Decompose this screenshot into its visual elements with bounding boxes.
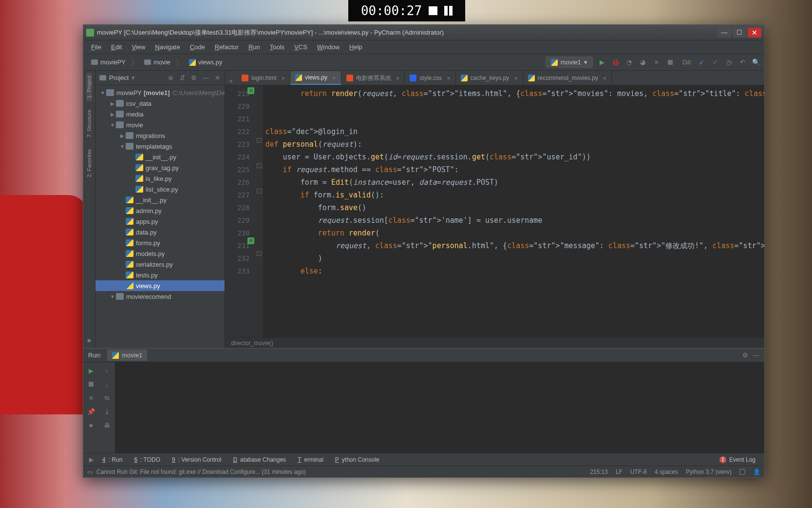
fold-toggle-icon[interactable]: − [257,138,262,143]
bottom-tab-versioncontrol[interactable]: 9: Version Control [167,455,226,465]
run-hide-button[interactable]: — [753,352,759,359]
editor-tab-[interactable]: 电影推荐系统× [341,71,405,85]
menu-edit[interactable]: Edit [107,42,126,52]
debug-button[interactable]: 🐞 [611,58,620,67]
menu-file[interactable]: File [87,42,105,52]
git-rollback-button[interactable]: ↶ [738,58,747,67]
run-settings-icon[interactable]: ⚙ [742,352,748,359]
run-console-output[interactable] [115,362,764,453]
run-configuration-selector[interactable]: movie1 ▾ [546,57,593,68]
code-breadcrumb-item[interactable]: director_movie() [231,340,273,347]
status-stack-icon[interactable]: ▭ [87,469,93,475]
editor-gutter[interactable]: H H 219220221222223224225226227228229230… [225,85,255,337]
expand-button[interactable]: ⇵ [179,75,186,81]
maximize-button[interactable]: ☐ [733,28,746,38]
close-tab-icon[interactable]: × [279,75,285,82]
scroll-end-button[interactable]: ⤓ [102,407,111,416]
stop-button[interactable] [666,58,675,67]
close-tab-icon[interactable]: × [394,75,400,82]
fold-toggle-icon[interactable]: − [257,251,262,256]
inspector-icon[interactable]: 👤 [753,469,760,475]
rerun-button[interactable]: ▶ [87,366,95,375]
menu-vcs[interactable]: VCS [290,42,311,52]
close-button[interactable]: ✕ [748,28,761,38]
readonly-lock-icon[interactable] [739,469,745,475]
gutter-mark-icon[interactable]: H [247,87,254,94]
titlebar[interactable]: moviePY [C:\Users\Meng\Desktop\接单test\3.… [83,25,764,40]
cursor-position[interactable]: 215:13 [590,469,608,475]
bottom-tab-run[interactable]: 4: Run [97,455,127,465]
recorder-stop-button[interactable] [429,6,437,15]
tree-item-csvdata[interactable]: ▶csv_data [95,98,225,109]
line-separator[interactable]: LF [616,469,623,475]
tree-item-gravtagpy[interactable]: grav_tag.py [95,162,225,173]
editor-tab-recommendmoviespy[interactable]: recommend_movies.py× [523,71,612,85]
tool-stripe-structure[interactable]: 7: Structure [86,107,92,140]
editor-tab-stylecss[interactable]: style.css× [405,71,456,85]
minimize-panel-button[interactable]: — [202,75,209,81]
tool-stripe-favorites[interactable]: 2: Favorites [86,146,92,180]
menu-tools[interactable]: Tools [266,42,288,52]
concurrency-button[interactable]: ≡ [652,58,661,67]
tree-item-moviepy[interactable]: ▼moviePY[movie1]C:\Users\Meng\De [95,87,225,98]
scroll-up-button[interactable]: ↑ [102,366,111,375]
search-everywhere-button[interactable]: 🔍 [752,58,760,67]
close-tab-icon[interactable]: × [330,74,336,81]
code-editor[interactable]: return render(request, class="str">"item… [263,85,764,337]
editor-tab-cachekeyspy[interactable]: cache_keys.py× [456,71,523,85]
menu-run[interactable]: Run [245,42,264,52]
tree-item-movierecomend[interactable]: ▼movierecomend [95,291,225,302]
menu-window[interactable]: Window [313,42,343,52]
git-commit-button[interactable]: ✓ [711,58,719,67]
run-stop-button[interactable] [87,380,95,389]
run-star-button[interactable]: ★ [87,421,95,430]
tree-item-serializerspy[interactable]: serializers.py [95,259,225,270]
tree-item-movie[interactable]: ▼movie [95,119,225,130]
breadcrumb-item[interactable]: movie [140,57,174,67]
run-button[interactable]: ▶ [598,58,606,67]
coverage-button[interactable]: ◔ [625,58,634,67]
file-encoding[interactable]: UTF-8 [630,469,647,475]
hide-panel-button[interactable]: ✕ [214,75,221,81]
bottom-tab-databasechanges[interactable]: Database Changes [228,455,291,465]
menu-code[interactable]: Code [186,42,209,52]
menu-help[interactable]: Help [345,42,366,52]
tree-item-adminpy[interactable]: admin.py [95,205,225,216]
favorites-star-icon[interactable]: ★ [83,333,96,348]
tool-stripe-project[interactable]: 1: Project [86,73,92,101]
close-tab-icon[interactable]: × [225,78,237,85]
minimize-button[interactable]: — [718,28,731,38]
run-tab[interactable]: movie1 [107,350,147,361]
code-breadcrumb[interactable]: director_movie() [225,337,764,348]
breadcrumb-item[interactable]: views.py [185,57,227,67]
tree-item-datapy[interactable]: data.py [95,227,225,237]
indent-setting[interactable]: 4 spaces [655,469,678,475]
tree-item-initpy[interactable]: __init__.py [95,152,225,162]
event-log-button[interactable]: 1Event Log [715,455,760,465]
editor-tab-loginhtml[interactable]: login.html× [237,71,290,85]
project-tree[interactable]: ▼moviePY[movie1]C:\Users\Meng\De▶csv_dat… [95,85,225,348]
dropdown-icon[interactable]: ▾ [132,74,135,81]
close-tab-icon[interactable]: × [445,75,451,82]
gutter-mark-icon[interactable]: H [247,237,254,244]
bottom-tab-todo[interactable]: 6: TODO [129,455,165,465]
settings-icon[interactable]: ⚙ [190,75,197,81]
run-layout-button[interactable]: ≡ [87,393,95,402]
menu-refactor[interactable]: Refactor [211,42,243,52]
bottom-tab-pythonconsole[interactable]: Python Console [330,455,384,465]
recorder-pause-button[interactable] [444,6,453,16]
editor-tab-viewspy[interactable]: views.py× [290,71,341,85]
fold-toggle-icon[interactable]: − [257,189,262,194]
close-tab-icon[interactable]: × [601,75,607,82]
tree-item-formspy[interactable]: forms.py [95,237,225,248]
tree-item-appspy[interactable]: apps.py [95,216,225,227]
tree-item-testspy[interactable]: tests.py [95,270,225,280]
profile-button[interactable]: ◕ [639,58,647,67]
tree-item-templatetags[interactable]: ▼templatetags [95,141,225,152]
soft-wrap-button[interactable]: ⇆ [102,393,111,402]
tree-item-modelspy[interactable]: models.py [95,248,225,259]
python-interpreter[interactable]: Python 3.7 (venv) [686,469,732,475]
print-button[interactable]: 🖶 [102,421,111,430]
breadcrumb-item[interactable]: moviePY [87,57,130,67]
tree-item-listslicepy[interactable]: list_slice.py [95,184,225,195]
